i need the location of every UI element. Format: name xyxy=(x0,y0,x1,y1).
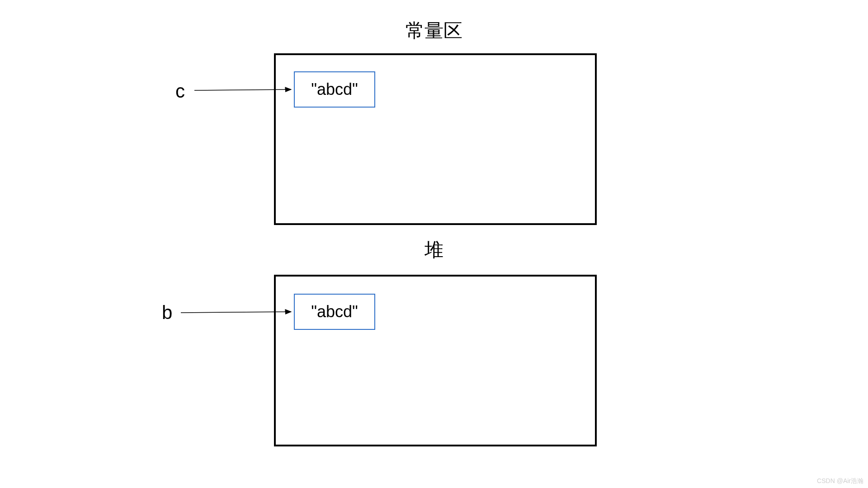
arrow-b-to-heap xyxy=(0,0,868,488)
watermark: CSDN @Air浩瀚 xyxy=(817,477,863,485)
svg-line-3 xyxy=(181,312,291,313)
diagram-canvas: 常量区 "abcd" c 堆 "abcd" b CSDN @Air浩瀚 xyxy=(0,0,868,488)
